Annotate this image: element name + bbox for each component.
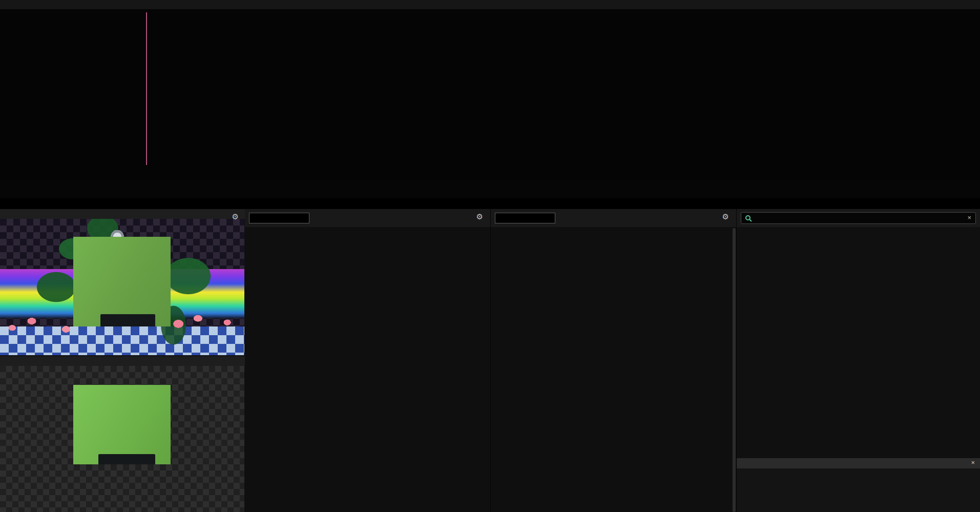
gear-icon[interactable]: ⚙	[232, 212, 239, 222]
transport-bar	[0, 181, 980, 197]
resolume-arena-window: ⚙ ⚙ ⚙	[0, 0, 980, 512]
close-icon[interactable]: ×	[971, 459, 975, 466]
menu-bar	[0, 0, 980, 9]
search-icon	[745, 215, 752, 224]
help-titlebar: ×	[737, 458, 980, 468]
layer-name-input[interactable]	[249, 213, 309, 223]
deck-divider	[146, 12, 147, 165]
panel-tab-bar	[0, 198, 980, 209]
help-panel: ×	[737, 458, 980, 512]
preview-monitor-titlebar	[0, 356, 245, 366]
blurred-camera-icon	[550, 209, 703, 227]
layer-name-row: ⚙	[245, 209, 490, 227]
clear-search-icon[interactable]: ×	[967, 214, 971, 221]
gear-icon[interactable]: ⚙	[722, 212, 729, 222]
clip-name-row: ⚙	[491, 209, 736, 227]
search-input[interactable]	[755, 213, 960, 223]
browser-panel: × ×	[737, 209, 980, 512]
search-input-wrap: ×	[741, 212, 976, 224]
crossfader-row	[0, 166, 980, 179]
clip-name-input[interactable]	[495, 213, 555, 223]
clip-panel: ⚙	[491, 209, 736, 512]
midi-controller-silhouette	[100, 314, 155, 327]
preview-monitor-video[interactable]	[0, 366, 244, 512]
monitor-panel: ⚙	[0, 209, 245, 512]
midi-controller-silhouette	[98, 454, 155, 464]
green-screen-camera-feed-preview	[73, 385, 171, 464]
output-monitor-titlebar: ⚙	[0, 209, 245, 219]
output-monitor-video[interactable]	[0, 219, 244, 355]
clip-panel-scrollbar[interactable]	[732, 228, 736, 512]
search-row: ×	[737, 209, 980, 227]
layer-panel: ⚙	[245, 209, 490, 512]
gear-icon[interactable]: ⚙	[476, 212, 483, 222]
green-screen-camera-feed	[73, 237, 171, 326]
